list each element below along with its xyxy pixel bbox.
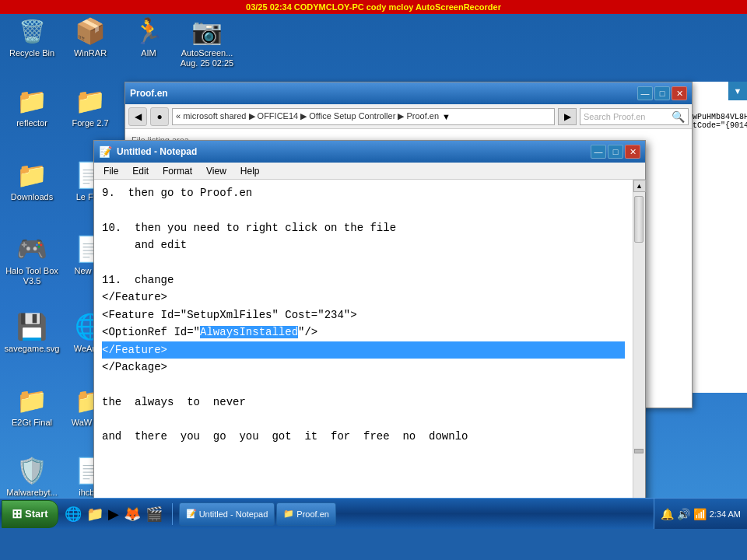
explorer-search-placeholder: Search Proof.en (584, 112, 646, 121)
halo-toolbox-label: Halo Tool BoxV3.5 (5, 266, 58, 286)
desktop-icon-forge[interactable]: 📁 Forge 2.7 (62, 86, 118, 128)
taskbar-notepad-icon: 📝 (186, 509, 197, 519)
highlighted-text-alwaysinstalled: AlwaysInstalled (200, 326, 298, 338)
taskbar-explorer-label: Proof.en (296, 509, 329, 519)
notepad-maximize-btn[interactable]: □ (608, 145, 623, 159)
text-line-10b: and edit (102, 236, 625, 254)
desktop-icon-autoscreen[interactable]: 📷 AutoScreen...Aug. 25 02:25 (179, 16, 235, 68)
forge-icon: 📁 (75, 86, 106, 117)
tray-network-icon[interactable]: 📶 (693, 508, 707, 520)
quicklaunch-video-icon[interactable]: 🎬 (146, 506, 163, 523)
autoscreen-label: AutoScreen...Aug. 25 02:25 (181, 48, 234, 68)
text-line-9: 9. then go to Proof.en (102, 184, 625, 201)
taskbar-open-windows: 📝 Untitled - Notepad 📁 Proof.en (176, 499, 654, 529)
scrollbar-track[interactable] (633, 192, 645, 500)
e2gt-label: E2Gt Final (12, 418, 52, 428)
menu-file[interactable]: File (97, 164, 124, 178)
text-line-blank4 (102, 411, 625, 428)
taskbar-tray: 🔔 🔊 📶 2:34 AM (654, 499, 747, 529)
desktop-icon-winrar[interactable]: 📦 WinRAR (62, 16, 118, 58)
explorer-titlebar: Proof.en — □ ✕ (125, 82, 692, 104)
explorer-maximize-btn[interactable]: □ (654, 86, 670, 100)
notepad-minimize-btn[interactable]: — (591, 145, 606, 159)
start-button[interactable]: ⊞ Start (2, 500, 58, 528)
scrollbar-thumb[interactable] (634, 196, 644, 243)
explorer-back-btn[interactable]: ◀ (128, 107, 147, 126)
recycle-bin-icon: 🗑️ (16, 16, 47, 47)
desktop-icon-e2gt[interactable]: 📁 E2Gt Final (4, 385, 60, 428)
quicklaunch-media-icon[interactable]: ▶ (108, 506, 119, 523)
text-line-blank3 (102, 376, 625, 393)
explorer-address-text: « microsoft shared ▶ OFFICE14 ▶ Office S… (176, 111, 439, 121)
desktop-icon-aim[interactable]: 🏃 AIM (121, 16, 177, 58)
savegame-icon: 💾 (16, 311, 47, 342)
taskbar: ⊞ Start 🌐 📁 ▶ 🦊 🎬 📝 Untitled - Notepad 📁… (0, 498, 747, 529)
reflector-icon: 📁 (16, 86, 47, 117)
scrollbar-grip (634, 449, 644, 453)
text-line-and-there: and there you go you got it for free no … (102, 428, 625, 445)
taskbar-explorer-btn[interactable]: 📁 Proof.en (276, 502, 336, 526)
explorer-address-dropdown[interactable]: ▼ (442, 112, 451, 121)
e2gt-icon: 📁 (16, 385, 47, 416)
desktop: 03/25 02:34 CODYMCLOY-PC cody mcloy Auto… (0, 0, 747, 529)
desktop-icon-halo-toolbox[interactable]: 🎮 Halo Tool BoxV3.5 (4, 233, 60, 286)
top-notification-bar: 03/25 02:34 CODYMCLOY-PC cody mcloy Auto… (0, 0, 747, 14)
text-line-11: 11. change (102, 271, 625, 289)
desktop-icon-downloads[interactable]: 📁 Downloads (4, 159, 60, 202)
explorer-go-btn[interactable]: ▶ (558, 108, 577, 125)
winrar-icon: 📦 (75, 16, 106, 47)
menu-format[interactable]: Format (156, 164, 198, 178)
desktop-icon-reflector[interactable]: 📁 reflector (4, 86, 60, 128)
scrollbar-up-btn[interactable]: ▲ (633, 180, 646, 192)
taskbar-notepad-btn[interactable]: 📝 Untitled - Notepad (179, 502, 275, 526)
explorer-minimize-btn[interactable]: — (637, 86, 653, 100)
text-line-blank2 (102, 254, 625, 271)
explorer-search-box[interactable]: Search Proof.en 🔍 (580, 108, 689, 125)
tray-notification-icon[interactable]: 🔔 (661, 508, 674, 520)
desktop-icon-recycle-bin[interactable]: 🗑️ Recycle Bin (4, 16, 60, 58)
explorer-nav-bar: ◀ ● « microsoft shared ▶ OFFICE14 ▶ Offi… (125, 104, 692, 129)
quicklaunch-ie-icon[interactable]: 🌐 (65, 506, 82, 523)
explorer-window-title: Proof.en (130, 88, 168, 99)
explorer-forward-btn[interactable]: ● (150, 107, 169, 126)
notepad-close-btn[interactable]: ✕ (625, 145, 640, 159)
notepad-window: 📝 Untitled - Notepad — □ ✕ File Edit For… (93, 140, 646, 513)
quicklaunch-folder-icon[interactable]: 📁 (86, 506, 103, 523)
downloads-icon: 📁 (16, 159, 47, 191)
winrar-label: WinRAR (74, 48, 107, 58)
tray-clock[interactable]: 2:34 AM (710, 509, 741, 519)
autoscreen-icon: 📷 (191, 16, 223, 47)
tray-volume-icon[interactable]: 🔊 (677, 508, 690, 520)
notepad-title: Untitled - Notepad (117, 146, 197, 157)
recycle-bin-label: Recycle Bin (9, 48, 54, 58)
taskbar-separator (172, 503, 173, 525)
right-panel-restore-btn[interactable]: ▼ (728, 82, 747, 100)
savegame-label: savegame.svg (5, 344, 60, 354)
notepad-text-content[interactable]: 9. then go to Proof.en 10. then you need… (94, 180, 633, 513)
notepad-menubar: File Edit Format View Help (94, 163, 645, 180)
text-line-blank1 (102, 201, 625, 219)
windows-orb-icon: ⊞ (12, 506, 22, 521)
notepad-titlebar: 📝 Untitled - Notepad — □ ✕ (94, 141, 645, 163)
text-line-package-close: </Package> (102, 359, 625, 376)
text-line-10a: 10. then you need to right click on the … (102, 219, 625, 236)
notepad-vertical-scrollbar[interactable]: ▲ ▼ (633, 180, 645, 513)
text-line-feature-close2-selected: </Feature> (102, 341, 625, 359)
text-line-feature-open: <Feature Id="SetupXmlFiles" Cost="234"> (102, 306, 625, 324)
explorer-address-bar[interactable]: « microsoft shared ▶ OFFICE14 ▶ Office S… (172, 108, 555, 125)
menu-help[interactable]: Help (234, 164, 266, 178)
explorer-close-btn[interactable]: ✕ (672, 86, 687, 100)
downloads-label: Downloads (11, 192, 53, 202)
quicklaunch-firefox-icon[interactable]: 🦊 (124, 506, 141, 523)
text-line-always: the always to never (102, 394, 625, 411)
tray-time-display: 2:34 AM (710, 509, 741, 519)
top-bar-text: 03/25 02:34 CODYMCLOY-PC cody mcloy Auto… (246, 2, 501, 12)
menu-view[interactable]: View (200, 164, 233, 178)
desktop-icon-savegame[interactable]: 💾 savegame.svg (4, 311, 60, 354)
explorer-search-icon[interactable]: 🔍 (672, 110, 685, 123)
start-label: Start (25, 508, 48, 520)
malware-icon: 🛡️ (16, 455, 47, 486)
reflector-label: reflector (16, 118, 47, 128)
menu-edit[interactable]: Edit (126, 164, 155, 178)
forge-label: Forge 2.7 (72, 118, 108, 128)
